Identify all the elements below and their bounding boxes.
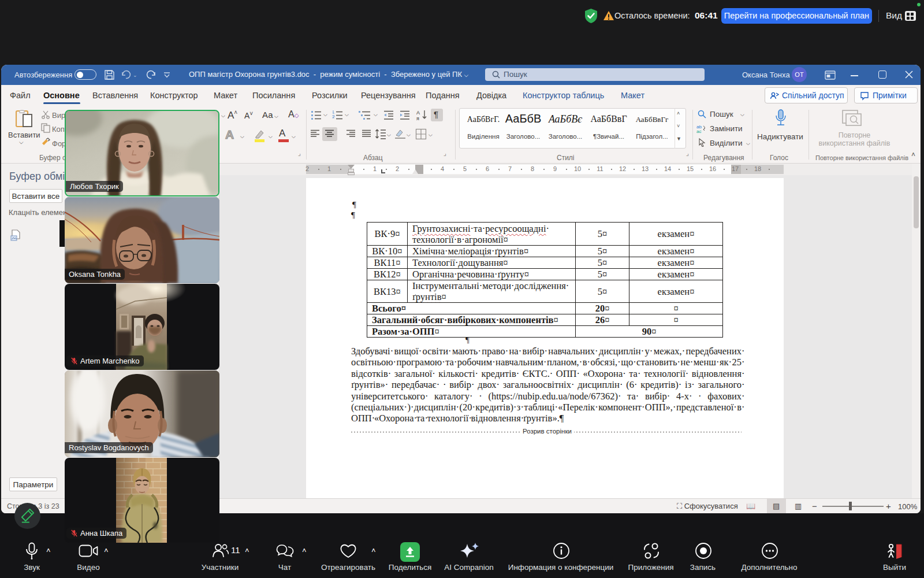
svg-text:А: А	[416, 110, 420, 116]
svg-text:ac: ac	[696, 129, 701, 134]
svg-text:я: я	[416, 116, 419, 121]
